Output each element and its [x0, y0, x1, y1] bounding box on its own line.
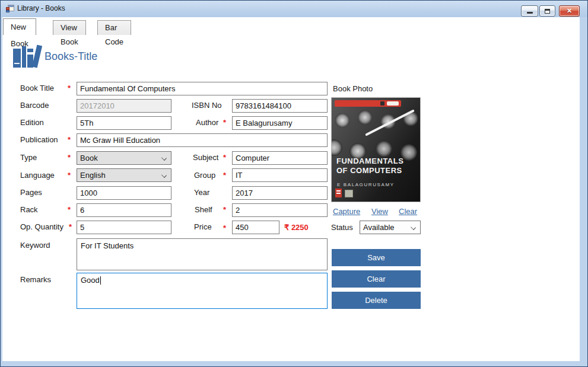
language-select[interactable]: English	[77, 168, 171, 182]
book-photo: FUNDAMENTALS OF COMPUTERS E BALAGURUSAMY	[331, 97, 421, 202]
close-button[interactable]: ✕	[559, 5, 580, 17]
edition-label: Edition	[20, 118, 44, 127]
required-asterisk	[223, 205, 226, 214]
price-total-note: ₹ 2250	[284, 223, 309, 232]
type-label: Type	[20, 153, 37, 162]
remarks-input[interactable]: Good	[77, 273, 328, 309]
subject-input[interactable]	[232, 151, 328, 165]
chevron-down-icon	[161, 155, 167, 161]
keyword-label: Keyword	[20, 241, 50, 250]
remarks-text: Good	[81, 276, 100, 285]
status-select-value: Available	[363, 223, 395, 232]
edition-input[interactable]	[77, 116, 171, 130]
isbn-input[interactable]	[232, 99, 328, 113]
type-select[interactable]: Book	[77, 151, 171, 165]
keyword-input[interactable]: For IT Students	[77, 238, 328, 270]
subject-label: Subject	[193, 153, 218, 162]
app-icon	[6, 5, 14, 13]
book-photo-label: Book Photo	[333, 84, 373, 93]
shelf-label: Shelf	[195, 205, 212, 214]
cover-title-line2: OF COMPUTERS	[332, 166, 420, 175]
save-button[interactable]: Save	[332, 249, 421, 266]
cover-abacus-rod	[365, 109, 415, 136]
chevron-down-icon	[161, 173, 167, 178]
type-select-value: Book	[80, 154, 98, 162]
app-window: Library - Books ✕ New Book View Book Bar…	[0, 0, 588, 367]
clear-button[interactable]: Clear	[332, 270, 421, 288]
cover-title-line1: FUNDAMENTALS	[332, 157, 420, 165]
maximize-button[interactable]	[539, 5, 555, 17]
required-asterisk	[68, 153, 71, 162]
barcode-input	[77, 99, 171, 113]
author-label: Author	[196, 118, 218, 127]
required-asterisk	[68, 205, 71, 214]
language-label: Language	[20, 171, 55, 180]
tab-new-book[interactable]: New Book	[3, 18, 36, 35]
language-select-value: English	[80, 171, 106, 180]
cover-banner	[335, 100, 401, 107]
remarks-label: Remarks	[20, 275, 51, 284]
book-title-label: Book Title	[20, 84, 54, 92]
chevron-down-icon	[411, 225, 416, 230]
barcode-label: Barcode	[20, 101, 49, 110]
tab-view-book[interactable]: View Book	[53, 20, 86, 35]
publisher-logo-icon	[335, 189, 342, 197]
publication-input[interactable]	[77, 133, 328, 147]
required-asterisk	[223, 153, 226, 162]
status-select[interactable]: Available	[360, 221, 421, 234]
maximize-icon	[545, 9, 550, 14]
cover-author: E BALAGURUSAMY	[332, 182, 420, 187]
view-link[interactable]: View	[371, 207, 388, 216]
close-icon: ✕	[560, 7, 579, 15]
page-title: Books-Title	[45, 50, 97, 63]
clear-photo-link[interactable]: Clear	[399, 207, 417, 216]
publication-label: Publication	[20, 135, 58, 144]
required-asterisk	[223, 224, 226, 232]
status-label: Status	[331, 223, 353, 232]
required-asterisk	[68, 135, 71, 144]
required-asterisk	[68, 171, 71, 180]
capture-link[interactable]: Capture	[333, 207, 360, 216]
shelf-input[interactable]	[232, 203, 328, 217]
required-asterisk	[68, 84, 71, 92]
op-quantity-input[interactable]	[77, 221, 171, 234]
rack-label: Rack	[20, 205, 38, 214]
minimize-button[interactable]	[521, 5, 538, 17]
pages-label: Pages	[20, 188, 42, 197]
minimize-icon	[527, 12, 533, 14]
rack-input[interactable]	[77, 203, 171, 217]
group-input[interactable]	[232, 168, 328, 182]
publisher-logo2-icon	[345, 190, 353, 197]
isbn-label: ISBN No	[192, 101, 222, 110]
price-label: Price	[194, 222, 212, 231]
author-input[interactable]	[232, 116, 328, 130]
delete-button[interactable]: Delete	[332, 292, 421, 309]
op-quantity-label: Op. Quantity	[20, 222, 63, 231]
group-label: Group	[194, 171, 215, 180]
price-input[interactable]	[232, 221, 279, 234]
book-title-input[interactable]	[77, 82, 328, 95]
required-asterisk	[69, 222, 72, 231]
pages-input[interactable]	[77, 186, 171, 200]
required-asterisk	[223, 171, 226, 180]
required-asterisk	[223, 118, 226, 127]
year-input[interactable]	[232, 186, 328, 200]
window-title: Library - Books	[17, 4, 65, 12]
title-bar: Library - Books ✕	[1, 1, 587, 17]
text-caret	[100, 276, 101, 285]
tab-bar-code[interactable]: Bar Code	[97, 20, 131, 35]
year-label: Year	[194, 188, 209, 197]
